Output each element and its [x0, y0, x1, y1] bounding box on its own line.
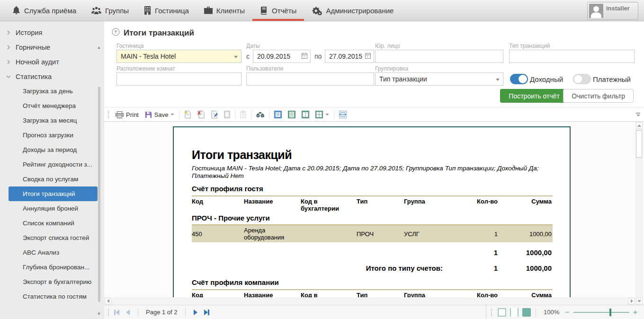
zoom-out-icon[interactable]: − — [565, 309, 569, 316]
sidebar-item-transaction-totals[interactable]: Итоги транзакций — [9, 186, 98, 201]
page-settings-button[interactable] — [223, 110, 232, 119]
zoom-fit-width-button[interactable] — [510, 308, 519, 317]
zoom-in-icon[interactable]: + — [633, 309, 637, 316]
scroll-down-icon[interactable]: ▼ — [97, 311, 101, 316]
nav-label: Клиенты — [216, 7, 245, 15]
legal-entity-input[interactable] — [375, 50, 503, 63]
sidebar-item-booking-cancellations[interactable]: Аннуляция броней — [9, 201, 98, 216]
view-continuous-button[interactable] — [286, 110, 297, 119]
previous-page-button[interactable] — [126, 310, 130, 315]
collapse-panel-icon[interactable] — [112, 28, 120, 38]
sidebar-item-services-summary[interactable]: Сводка по услугам — [9, 172, 98, 186]
toolbar-overflow-button[interactable] — [636, 113, 640, 116]
nav-front-desk[interactable]: Служба приёма — [0, 0, 84, 21]
last-page-button[interactable] — [204, 310, 209, 315]
scroll-down-icon[interactable] — [636, 298, 643, 304]
user-badge[interactable]: installer — [587, 2, 638, 20]
sidebar-item-daily-load[interactable]: Загрузка за день — [9, 84, 98, 98]
sidebar-item-night-audit[interactable]: Ночной аудит — [0, 54, 104, 69]
nav-hotel[interactable]: Гостиница — [136, 0, 197, 21]
fit-width-button[interactable] — [338, 110, 348, 119]
chevron-down-icon — [6, 74, 11, 79]
find-button[interactable] — [255, 110, 266, 119]
table-header-row: Код Название Код в бухгалтерии Тип Групп… — [192, 290, 553, 297]
view-dropdown-arrow-icon[interactable] — [325, 114, 329, 115]
nav-clients[interactable]: Клиенты — [197, 0, 252, 21]
table-row[interactable]: 450 Аренда оборудования ПРОЧ УСЛГ 1 1000… — [192, 225, 553, 242]
sidebar-item-booking-depth[interactable]: Глубина бронирован... — [9, 260, 98, 275]
zoom-percent: 100% — [544, 309, 559, 316]
sidebar-item-abc-analysis[interactable]: ABC Анализ — [9, 245, 98, 260]
sidebar-item-accounting-export[interactable]: Экспорт в бухгалтерию — [9, 275, 98, 289]
room-location-input[interactable] — [116, 72, 242, 86]
nav-administration[interactable]: Администрирование — [304, 0, 401, 21]
income-toggle[interactable] — [510, 74, 528, 84]
horizontal-scrollbar[interactable] — [104, 297, 635, 305]
printer-icon — [116, 111, 124, 118]
sidebar-item-company-list[interactable]: Список компаний — [9, 216, 98, 230]
sidebar-item-guest-list-export[interactable]: Экспорт списка гостей — [9, 230, 98, 245]
app-window: Служба приёма Группы Гостиница Клиенты О… — [0, 0, 644, 319]
users-input[interactable] — [246, 72, 374, 86]
save-button[interactable]: Save — [143, 110, 176, 119]
room-location-label: Расположение комнат — [116, 65, 175, 72]
build-report-button[interactable]: Построить отчёт — [500, 89, 568, 103]
scrollbar-thumb[interactable] — [98, 87, 100, 302]
scrollbar-thumb[interactable] — [636, 130, 642, 158]
sidebar-scrollbar[interactable]: ▲ ▼ — [97, 45, 101, 316]
section-title-guest: Счёт профиля гостя — [192, 185, 551, 193]
zoom-grip-handle[interactable] — [491, 309, 492, 316]
type-total-row: Итого по типу счетов: 1 1000,00 — [192, 263, 553, 274]
hotel-select[interactable]: MAIN - Tesla Hotel — [116, 50, 242, 63]
group-header: ПРОЧ - Прочие услуги — [192, 213, 553, 224]
edit-page-button[interactable] — [209, 110, 219, 119]
zoom-multipage-button[interactable] — [522, 308, 531, 317]
new-page-button[interactable] — [183, 110, 193, 119]
view-multiple-pages-button[interactable] — [314, 110, 331, 119]
date-from-field[interactable]: 20.09.2015 7 — [253, 50, 311, 63]
payment-toggle[interactable] — [573, 74, 591, 84]
sidebar-item-load-forecast[interactable]: Прогноз загрузки — [9, 128, 98, 142]
report-toolbar: Print Save ? — [104, 108, 644, 122]
zoom-page-button[interactable] — [498, 308, 506, 317]
scroll-right-icon[interactable] — [628, 298, 635, 304]
sidebar-item-history[interactable]: История — [0, 25, 104, 40]
scroll-up-icon[interactable] — [636, 122, 643, 129]
sidebar-item-profitability-rating[interactable]: Рейтинг доходности з... — [9, 157, 98, 172]
sidebar-item-monthly-load[interactable]: Загрузка за месяц — [9, 113, 98, 128]
nav-groups[interactable]: Группы — [84, 0, 136, 21]
sidebar-item-guest-statistics[interactable]: Статистика по гостям — [9, 289, 98, 304]
book-icon — [260, 7, 268, 15]
calendar-icon[interactable]: 7 — [365, 52, 371, 61]
svg-text:7: 7 — [367, 55, 368, 58]
date-from-prefix: с — [246, 53, 250, 60]
scroll-up-icon[interactable]: ▲ — [97, 45, 101, 50]
zoom-controls: 100% − + — [486, 305, 644, 319]
grouping-select[interactable]: Тип транзакции — [375, 72, 503, 86]
sidebar-item-manager-report[interactable]: Отчёт менеджера — [9, 98, 98, 113]
sidebar-item-period-income[interactable]: Доходы за период — [9, 142, 98, 157]
toolbar-grip-handle[interactable] — [108, 111, 109, 118]
vertical-scrollbar[interactable] — [635, 122, 643, 305]
statusbar-grip-handle[interactable] — [108, 309, 109, 316]
transaction-type-input[interactable] — [509, 50, 635, 63]
sidebar-item-statistics[interactable]: Статистика — [0, 69, 104, 84]
view-facing-pages-button[interactable] — [300, 110, 311, 119]
zoom-slider-handle[interactable] — [609, 309, 611, 316]
first-page-button[interactable] — [114, 310, 119, 315]
scroll-left-icon[interactable] — [105, 298, 111, 304]
next-page-button[interactable] — [194, 310, 197, 315]
print-button[interactable]: Print — [114, 110, 140, 119]
nav-reports[interactable]: Отчёты — [252, 0, 304, 21]
save-dropdown-arrow-icon[interactable] — [170, 114, 174, 115]
zoom-slider[interactable] — [573, 309, 629, 316]
page-indicator: Page 1 of 2 — [146, 309, 178, 316]
calendar-icon[interactable]: 7 — [302, 52, 307, 61]
sidebar-item-housekeeping[interactable]: Горничные — [0, 40, 104, 54]
date-to-field[interactable]: 27.09.2015 7 — [325, 50, 374, 63]
view-single-page-button[interactable] — [273, 110, 283, 119]
delete-page-button[interactable] — [196, 110, 206, 119]
guest-account-table: Код Название Код в бухгалтерии Тип Групп… — [192, 195, 553, 274]
report-page: Итоги транзакций Гостиница MAIN - Tesla … — [173, 126, 571, 297]
clear-filter-button[interactable]: Очистить фильтр — [563, 89, 634, 103]
